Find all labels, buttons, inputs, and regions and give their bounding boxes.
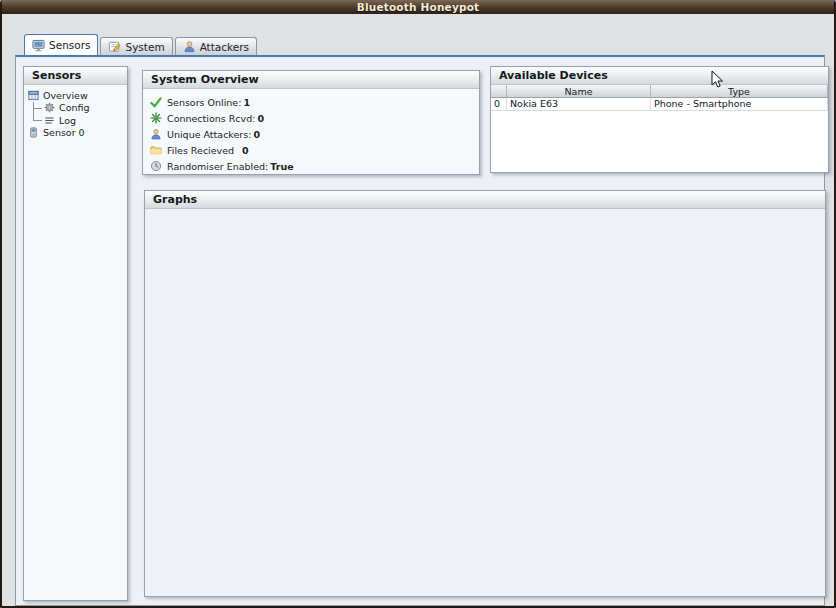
log-icon [44,115,55,126]
sensor-icon [28,127,39,138]
sidebar-item-config[interactable]: Config [28,102,125,115]
tab-label: Attackers [200,41,249,53]
window-body: SensorsSystemAttackers Sensors OverviewC… [2,14,834,608]
tree-connector [32,114,44,127]
overview-row: Files Recieved0 [143,142,479,158]
sensor-tree: OverviewConfigLogSensor 0 [24,85,127,139]
system-overview-rows: Sensors Online:1Connections Rcvd:0Unique… [143,89,479,174]
tab-label: Sensors [49,39,90,51]
gear-icon [44,102,55,113]
tree-item-label: Sensor 0 [43,127,85,138]
overview-row: Sensors Online:1 [143,94,479,110]
folder-icon [150,144,162,156]
tab-attackers[interactable]: Attackers [175,37,257,55]
devices-col-header [491,85,507,97]
tree-item-label: Config [59,102,89,113]
sidebar-item-overview[interactable]: Overview [28,89,125,102]
overview-value: 0 [257,113,264,124]
tab-system[interactable]: System [100,37,172,55]
sensors-sidebar-panel: Sensors OverviewConfigLogSensor 0 [23,66,128,601]
virus-icon [150,112,162,124]
table-row[interactable]: 0Nokia E63Phone - Smartphone [491,98,828,111]
available-devices-panel: Available Devices NameType 0Nokia E63Pho… [490,66,829,173]
overview-row: Unique Attackers:0 [143,126,479,142]
tree-connector [32,102,44,115]
sidebar-title: Sensors [32,69,81,82]
system-overview-title: System Overview [151,73,259,86]
title-bar[interactable]: Bluetooth Honeypot [2,0,834,14]
table-icon [28,90,39,101]
overview-value: 0 [253,129,260,140]
overview-label: Unique Attackers: [167,129,251,140]
sidebar-item-sensor-0[interactable]: Sensor 0 [28,127,125,140]
graphs-header: Graphs [145,191,825,209]
devices-col-header: Name [507,85,651,97]
sidebar-header: Sensors [24,67,127,85]
devices-table-body: 0Nokia E63Phone - Smartphone [491,98,828,111]
app-window: Bluetooth Honeypot SensorsSystemAttacker… [0,0,836,608]
sidebar-item-log[interactable]: Log [28,114,125,127]
notepad-icon [108,40,121,53]
devices-table: NameType 0Nokia E63Phone - Smartphone [491,85,828,172]
tree-item-label: Log [59,115,76,126]
devices-table-header: NameType [491,85,828,98]
system-overview-header: System Overview [143,71,479,89]
randomiser-icon [150,160,162,172]
overview-row: Connections Rcvd:0 [143,110,479,126]
attacker-icon [150,128,162,140]
table-cell: 0 [491,98,507,110]
overview-row: Randomiser Enabled:True [143,158,479,174]
overview-value: True [270,161,293,172]
monitor-icon [32,39,45,52]
overview-value: 1 [243,97,250,108]
tree-item-label: Overview [43,90,88,101]
mouse-cursor-icon [711,70,724,89]
overview-value: 0 [242,145,249,156]
overview-label: Sensors Online: [167,97,241,108]
tab-bar: SensorsSystemAttackers [24,34,257,55]
overview-label: Files Recieved [167,145,240,156]
graphs-title: Graphs [153,193,197,206]
devices-col-header: Type [651,85,828,97]
tab-sensors[interactable]: Sensors [24,34,98,55]
tab-label: System [125,41,164,53]
table-cell: Phone - Smartphone [651,98,828,110]
available-devices-header: Available Devices [491,67,828,85]
window-title: Bluetooth Honeypot [357,1,480,13]
check-icon [150,96,162,108]
person-icon [183,40,196,53]
table-cell: Nokia E63 [507,98,651,110]
graphs-panel: Graphs [144,190,826,597]
overview-label: Randomiser Enabled: [167,161,268,172]
overview-label: Connections Rcvd: [167,113,255,124]
system-overview-panel: System Overview Sensors Online:1Connecti… [142,70,480,175]
available-devices-title: Available Devices [499,69,608,82]
